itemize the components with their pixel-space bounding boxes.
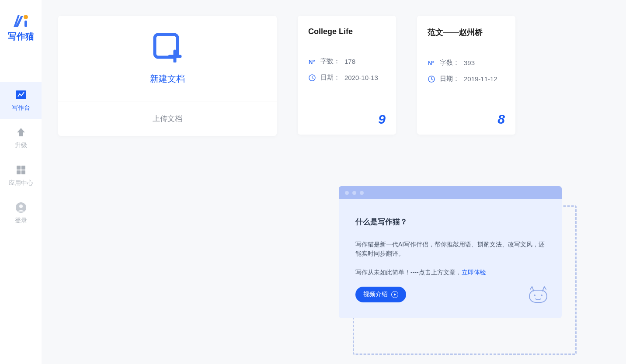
word-count-value: 178 (344, 58, 355, 65)
sidebar-item-appcenter[interactable]: 应用中心 (0, 157, 42, 194)
clock-icon (428, 75, 435, 83)
window-dot-icon (352, 191, 356, 195)
sidebar: 写作猫 写作台 升级 应用中心 登录 (0, 0, 42, 364)
promo-section: 什么是写作猫？ 写作猫是新一代AI写作伴侣，帮你推敲用语、斟酌文法、改写文风，还… (339, 186, 562, 318)
word-count-row: N° 字数： 178 (308, 57, 386, 66)
word-count-label: 字数： (440, 59, 459, 67)
window-dot-icon (360, 191, 364, 195)
nav-label: 登录 (15, 217, 27, 225)
document-score: 9 (308, 112, 386, 127)
svg-rect-3 (17, 166, 21, 170)
svg-point-0 (24, 15, 28, 19)
svg-rect-5 (17, 170, 21, 174)
number-icon: N° (308, 58, 316, 66)
window-dot-icon (345, 191, 349, 195)
promo-text: 写作猫是新一代AI写作伴侣，帮你推敲用语、斟酌文法、改写文风，还能实时同步翻译。 (355, 240, 545, 258)
sidebar-item-workspace[interactable]: 写作台 (0, 82, 42, 119)
number-icon: N° (428, 59, 435, 67)
new-document-button[interactable]: 新建文档 (58, 16, 277, 101)
new-document-icon (150, 32, 184, 64)
svg-rect-4 (21, 166, 25, 170)
word-count-row: N° 字数： 393 (428, 59, 505, 67)
svg-point-8 (19, 205, 23, 208)
svg-point-17 (534, 295, 536, 296)
date-value: 2019-11-12 (464, 75, 497, 83)
main-content: 新建文档 上传文档 College Life N° 字数： 178 日期： 20… (42, 0, 626, 152)
document-card[interactable]: College Life N° 字数： 178 日期： 2020-10-13 9 (298, 16, 396, 135)
sidebar-item-upgrade[interactable]: 升级 (0, 119, 42, 157)
logo[interactable]: 写作猫 (8, 12, 34, 42)
upgrade-icon (14, 127, 28, 138)
try-now-link[interactable]: 立即体验 (462, 269, 486, 276)
word-count-value: 393 (464, 59, 475, 66)
document-title: College Life (308, 27, 386, 36)
nav-label: 写作台 (12, 104, 30, 112)
date-row: 日期： 2020-10-13 (308, 73, 386, 82)
promo-heading: 什么是写作猫？ (355, 217, 545, 227)
upload-document-button[interactable]: 上传文档 (58, 101, 277, 136)
date-label: 日期： (440, 75, 459, 83)
play-icon (391, 291, 398, 298)
promo-titlebar (339, 186, 562, 199)
promo-card: 什么是写作猫？ 写作猫是新一代AI写作伴侣，帮你推敲用语、斟酌文法、改写文风，还… (339, 186, 562, 318)
logo-text: 写作猫 (8, 31, 34, 42)
video-button-label: 视频介绍 (363, 291, 388, 298)
new-document-card: 新建文档 上传文档 (58, 16, 277, 136)
new-document-label: 新建文档 (150, 73, 185, 85)
cards-row: 新建文档 上传文档 College Life N° 字数： 178 日期： 20… (58, 16, 609, 136)
video-intro-button[interactable]: 视频介绍 (355, 287, 406, 302)
cat-mascot-icon (528, 286, 549, 305)
clock-icon (308, 74, 316, 82)
upload-document-label: 上传文档 (153, 114, 182, 124)
promo-body: 什么是写作猫？ 写作猫是新一代AI写作伴侣，帮你推敲用语、斟酌文法、改写文风，还… (339, 199, 562, 318)
word-count-label: 字数： (320, 57, 340, 66)
logo-icon (10, 12, 32, 30)
promo-text-prefix: 写作从未如此简单！----点击上方文章， (355, 269, 462, 276)
document-title: 范文——赵州桥 (428, 27, 505, 38)
date-label: 日期： (320, 73, 340, 82)
svg-rect-1 (24, 21, 27, 27)
apps-icon (14, 164, 28, 176)
svg-text:N°: N° (428, 60, 435, 66)
sidebar-item-login[interactable]: 登录 (0, 194, 42, 232)
nav-label: 应用中心 (9, 179, 33, 187)
document-card[interactable]: 范文——赵州桥 N° 字数： 393 日期： 2019-11-12 8 (417, 16, 515, 135)
promo-text-2: 写作从未如此简单！----点击上方文章，立即体验 (355, 268, 545, 277)
date-value: 2020-10-13 (344, 74, 378, 81)
svg-rect-6 (21, 170, 25, 174)
date-row: 日期： 2019-11-12 (428, 75, 505, 83)
svg-rect-16 (529, 290, 547, 302)
nav-label: 升级 (15, 142, 27, 149)
edit-icon (14, 89, 28, 101)
document-score: 8 (428, 112, 505, 127)
svg-point-18 (541, 295, 543, 296)
svg-text:N°: N° (309, 59, 315, 65)
user-icon (14, 202, 28, 213)
